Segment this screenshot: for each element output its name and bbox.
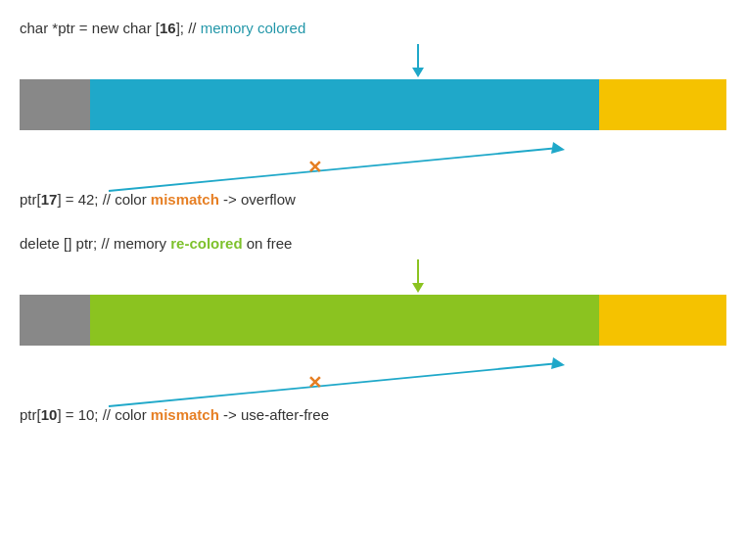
- memory-bar-2: [20, 295, 726, 346]
- code-comment-1: memory colored: [201, 20, 306, 36]
- code-line-3: delete [] ptr; // memory re-colored on f…: [20, 235, 726, 252]
- svg-marker-3: [551, 142, 565, 154]
- svg-text:✕: ✕: [307, 158, 322, 177]
- mem-yellow-2: [599, 295, 726, 346]
- svg-text:✕: ✕: [307, 373, 322, 393]
- diagram-area-2: ✕: [20, 346, 726, 416]
- pointer-arrow-1: [90, 44, 726, 79]
- mem-green-2: [90, 295, 599, 346]
- section-gap: [20, 217, 726, 235]
- mem-blue-1: [90, 79, 599, 130]
- section1-block: char *ptr = new char [16]; // memory col…: [20, 20, 726, 208]
- main-container: char *ptr = new char [16]; // memory col…: [0, 0, 746, 452]
- svg-marker-1: [412, 68, 424, 77]
- section2-block: delete [] ptr; // memory re-colored on f…: [20, 235, 726, 423]
- svg-marker-8: [551, 357, 565, 369]
- svg-line-7: [109, 363, 559, 406]
- mem-gray-1: [20, 79, 90, 130]
- memory-bar-1: [20, 79, 726, 130]
- code-text-3b: on free: [247, 235, 293, 252]
- code-text-1a: char *ptr = new char [16]; //: [20, 20, 197, 36]
- code-text-3a: delete [] ptr; // memory: [20, 235, 170, 252]
- code-line-1: char *ptr = new char [16]; // memory col…: [20, 20, 726, 36]
- svg-marker-6: [412, 283, 424, 293]
- code-bold-16: 16: [160, 20, 176, 36]
- svg-line-2: [109, 148, 559, 191]
- pointer-arrow-2: [90, 259, 726, 295]
- code-comment-2: re-colored: [170, 235, 242, 252]
- diagram-area-1: ✕: [20, 130, 726, 201]
- mem-yellow-1: [599, 79, 726, 130]
- mem-gray-2: [20, 295, 90, 346]
